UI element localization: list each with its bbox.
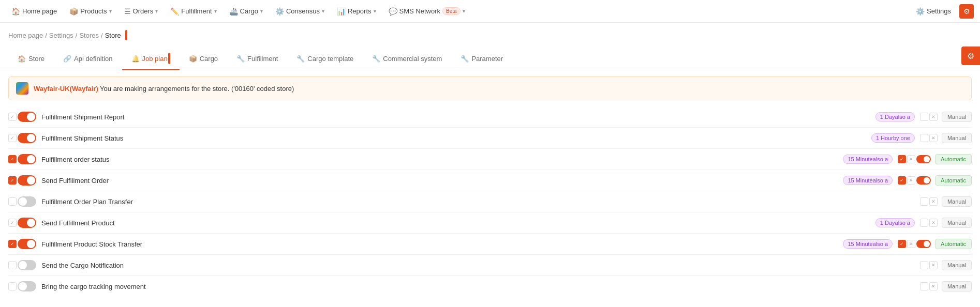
- nav-homepage-label: Home page: [22, 7, 57, 15]
- job-left-check[interactable]: ✓: [8, 155, 17, 163]
- job-right-controls: ✓ ✕ Automatic: [898, 175, 972, 186]
- breadcrumb-settings[interactable]: Settings: [49, 32, 73, 39]
- reports-icon: 📊: [337, 7, 346, 16]
- mode-badge: Automatic: [935, 175, 972, 186]
- nav-homepage[interactable]: 🏠 Home page: [6, 4, 62, 19]
- job-right-controls: ✕ Manual: [920, 196, 972, 207]
- right-check[interactable]: [920, 261, 928, 269]
- job-toggle[interactable]: [18, 218, 36, 228]
- breadcrumb-stores[interactable]: Stores: [79, 32, 99, 39]
- tab-parameter[interactable]: 🔧 Parameter: [451, 48, 512, 70]
- beta-badge: Beta: [442, 7, 461, 15]
- tab-parameter-label: Parameter: [471, 55, 503, 63]
- tab-cargo[interactable]: 📦 Cargo: [180, 48, 227, 70]
- breadcrumb-sep1: /: [45, 32, 47, 39]
- tab-cargo-template[interactable]: 🔧 Cargo template: [287, 48, 363, 70]
- job-right-controls: ✓ ✕ Automatic: [898, 239, 972, 249]
- breadcrumb-current: Store: [105, 32, 121, 39]
- job-left-check[interactable]: ✓: [8, 219, 17, 227]
- tab-fulfillment[interactable]: 🔧 Fulfillment: [227, 48, 287, 70]
- job-name: Send Fulfillment Product: [41, 219, 870, 227]
- api-tab-icon: 🔗: [63, 55, 71, 63]
- mode-badge: Manual: [942, 112, 972, 122]
- job-toggle[interactable]: [18, 154, 36, 164]
- job-toggle-group: [8, 281, 36, 291]
- right-toggle-group: ✕: [920, 113, 938, 121]
- nav-fulfillment-label: Fulfillment: [181, 7, 212, 15]
- job-toggle[interactable]: [18, 260, 36, 270]
- nav-products[interactable]: 📦 Products ▾: [64, 4, 116, 19]
- nav-orders[interactable]: ☰ Orders ▾: [119, 4, 164, 19]
- nav-sms-network[interactable]: 💬 SMS Network Beta ▾: [383, 4, 470, 19]
- right-x[interactable]: ✕: [929, 219, 938, 227]
- job-name: Send the Cargo Notification: [41, 262, 915, 269]
- nav-cargo[interactable]: 🚢 Cargo ▾: [224, 4, 268, 19]
- job-tag: 1 Dayalso a: [875, 218, 915, 227]
- mode-badge: Manual: [942, 281, 972, 291]
- right-x[interactable]: ✕: [907, 240, 915, 248]
- job-toggle[interactable]: [18, 239, 36, 249]
- orders-icon: ☰: [124, 7, 131, 16]
- floating-settings-button[interactable]: ⚙: [961, 47, 980, 65]
- job-left-check[interactable]: ✓: [8, 176, 17, 185]
- job-toggle[interactable]: [18, 112, 36, 122]
- job-left-check[interactable]: ✓: [8, 134, 17, 142]
- job-toggle[interactable]: [18, 281, 36, 291]
- right-x[interactable]: ✕: [929, 134, 938, 142]
- nav-reports[interactable]: 📊 Reports ▾: [332, 4, 381, 19]
- job-toggle[interactable]: [18, 175, 36, 186]
- tab-store[interactable]: 🏠 Store: [8, 48, 54, 70]
- job-left-check[interactable]: [8, 282, 17, 290]
- settings-box-icon[interactable]: ⚙: [959, 4, 974, 19]
- job-left-check[interactable]: [8, 197, 17, 206]
- right-x[interactable]: ✕: [929, 113, 938, 121]
- tab-commercial-system[interactable]: 🔧 Commercial system: [363, 48, 451, 70]
- job-right-controls: ✕ Manual: [920, 260, 972, 270]
- right-x[interactable]: ✕: [907, 176, 915, 185]
- settings-nav-icon: ⚙️: [916, 7, 925, 16]
- right-x[interactable]: ✕: [929, 261, 938, 269]
- tab-job-plan[interactable]: 🔔 Job plan: [122, 48, 180, 70]
- job-toggle[interactable]: [18, 133, 36, 143]
- right-mini-toggle[interactable]: [916, 155, 931, 163]
- alert-banner: Wayfair-UK(Wayfair) You are making arran…: [8, 76, 972, 100]
- right-x[interactable]: ✕: [929, 282, 938, 290]
- right-x[interactable]: ✕: [907, 155, 915, 163]
- tab-store-label: Store: [28, 55, 44, 63]
- job-toggle[interactable]: [18, 196, 36, 207]
- job-toggle-group: ✓: [8, 154, 36, 164]
- breadcrumb-homepage[interactable]: Home page: [8, 32, 43, 39]
- nav-settings[interactable]: ⚙️ Settings: [911, 4, 956, 19]
- tab-job-label: Job plan: [142, 55, 168, 63]
- nav-consensus[interactable]: ⚙️ Consensus ▾: [270, 4, 330, 19]
- tab-cargo-label: Cargo: [200, 55, 218, 63]
- mode-badge: Automatic: [935, 239, 972, 249]
- right-mini-toggle[interactable]: [916, 240, 931, 248]
- right-check[interactable]: ✓: [898, 176, 906, 185]
- breadcrumb: Home page / Settings / Stores / Store: [0, 23, 980, 48]
- job-left-check[interactable]: ✓: [8, 113, 17, 121]
- tab-api-definition[interactable]: 🔗 Api definition: [54, 48, 122, 70]
- right-mini-toggle[interactable]: [916, 176, 931, 185]
- job-left-check[interactable]: [8, 261, 17, 269]
- right-toggle-group: ✕: [920, 282, 938, 290]
- tab-api-label: Api definition: [74, 55, 112, 63]
- right-check[interactable]: ✓: [898, 155, 906, 163]
- orders-chevron-icon: ▾: [155, 8, 158, 14]
- nav-fulfillment[interactable]: ✏️ Fulfillment ▾: [165, 4, 221, 19]
- right-check[interactable]: [920, 134, 928, 142]
- nav-reports-label: Reports: [348, 7, 372, 15]
- job-name: Fulfillment Shipment Report: [41, 113, 870, 121]
- tabs: 🏠 Store 🔗 Api definition 🔔 Job plan 📦 Ca…: [0, 48, 980, 70]
- right-check[interactable]: [920, 113, 928, 121]
- tab-commercial-label: Commercial system: [383, 55, 442, 63]
- right-check[interactable]: ✓: [898, 240, 906, 248]
- job-left-check[interactable]: ✓: [8, 240, 17, 248]
- right-x[interactable]: ✕: [929, 197, 938, 206]
- right-check[interactable]: [920, 197, 928, 206]
- right-toggle-group: ✓ ✕: [898, 176, 931, 185]
- right-check[interactable]: [920, 219, 928, 227]
- sms-icon: 💬: [389, 7, 397, 16]
- mode-badge: Manual: [942, 196, 972, 207]
- right-check[interactable]: [920, 282, 928, 290]
